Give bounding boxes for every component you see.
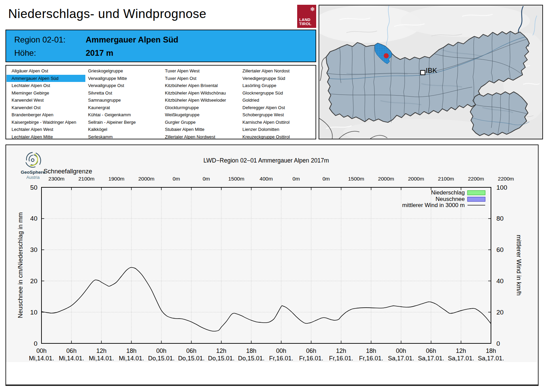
region-item[interactable]: Allgäuer Alpen Ost — [6, 67, 85, 75]
region-item[interactable]: Silvretta Ost — [83, 89, 162, 97]
region-item-selected[interactable]: Ammergauer Alpen Süd — [6, 75, 85, 82]
region-header: Region 02-01: Ammergauer Alpen Süd Höhe:… — [5, 30, 316, 62]
region-item[interactable]: Karwendel West — [6, 97, 85, 104]
altitude-value: 2017 m — [86, 48, 113, 58]
region-column: GrieskogelgruppeVerwallgruppe MitteVerwa… — [83, 67, 162, 140]
region-item[interactable]: Gurgler Gruppe — [160, 119, 239, 126]
region-item[interactable]: Serleskamm — [83, 133, 162, 141]
geosphere-logo: GeoSphere Austria — [14, 151, 52, 180]
region-list: Allgäuer Alpen OstAmmergauer Alpen SüdLe… — [5, 65, 316, 139]
forecast-chart: LWD−Region 02−01 Ammergauer Alpen 2017mS… — [5, 144, 539, 386]
region-item[interactable]: Tuxer Alpen West — [160, 67, 239, 75]
x-time-tick: 12h — [216, 347, 226, 354]
snowline-value: 1500m — [348, 176, 364, 182]
region-item[interactable]: Kreuzeckgruppe Osttirol — [237, 133, 316, 141]
region-item[interactable]: Lienzer Dolomitten — [237, 126, 316, 133]
region-item[interactable]: Karwendel Ost — [6, 104, 85, 112]
legend-label: mittlerer Wind in 3000 m — [402, 202, 465, 208]
geosphere-name: GeoSphere — [14, 170, 52, 175]
region-item[interactable]: Sellrain - Alpeiner Berge — [83, 119, 162, 126]
x-time-tick: 18h — [366, 347, 376, 354]
x-time-tick: 06h — [186, 347, 197, 354]
x-date-tick: Mi,14.01. — [29, 355, 54, 362]
legend-label: Neuschnee — [436, 196, 465, 202]
x-date-tick: Sa,17.01. — [478, 355, 504, 362]
region-item[interactable]: Deferegger Alpen Ost — [237, 104, 316, 112]
y-right-tick: 40 — [496, 277, 504, 285]
y-right-tick: 20 — [496, 309, 504, 316]
region-item[interactable]: Kaunergrat — [83, 104, 162, 112]
region-item[interactable]: Zillertaler Alpen Nordwest — [160, 133, 239, 141]
region-item[interactable]: Weißkugelgruppe — [160, 111, 239, 119]
region-item[interactable]: Lechtaler Alpen Mitte — [6, 133, 85, 141]
snowline-value: 0m — [322, 176, 330, 182]
region-item[interactable]: Kühtai - Geigenkamm — [83, 111, 162, 119]
x-time-tick: 18h — [486, 347, 496, 354]
region-item[interactable]: Kitzbüheler Alpen Wildseeloder — [160, 97, 239, 104]
region-item[interactable]: Brandenberger Alpen — [6, 111, 85, 119]
region-item[interactable]: Lechtaler Alpen West — [6, 126, 85, 133]
y-left-tick: 0 — [34, 340, 37, 347]
y-right-tick: 0 — [496, 340, 500, 347]
region-item[interactable]: Kitzbüheler Alpen Wildschönau — [160, 89, 239, 97]
x-time-tick: 06h — [306, 347, 316, 354]
x-date-tick: Fr,16.01. — [299, 355, 323, 362]
x-time-tick: 00h — [396, 347, 406, 354]
y-right-axis-title: mittlerer Wind in km/h — [515, 235, 523, 296]
region-item[interactable]: Karnische Alpen Osttirol — [237, 119, 316, 126]
snowline-value: 2000m — [138, 176, 154, 182]
snowline-value: 1500m — [228, 176, 244, 182]
region-item[interactable]: Stubaier Alpen Mitte — [160, 126, 239, 133]
y-left-tick: 10 — [30, 309, 37, 316]
y-right-tick: 100 — [496, 184, 507, 191]
x-date-tick: Fr,16.01. — [329, 355, 353, 362]
y-left-tick: 40 — [30, 215, 37, 222]
legend-swatch — [468, 197, 485, 202]
x-time-tick: 12h — [336, 347, 346, 354]
station-marker-dot — [384, 53, 389, 58]
region-item[interactable]: Samnaungruppe — [83, 97, 162, 104]
region-item[interactable]: Lasörling Gruppe — [237, 82, 316, 89]
y-left-tick: 50 — [30, 184, 37, 191]
x-date-tick: Mi,14.01. — [59, 355, 84, 362]
region-item[interactable]: Kaisergebirge - Waidringer Alpen — [6, 119, 85, 126]
x-time-tick: 06h — [426, 347, 436, 354]
region-item[interactable]: Kitzbüheler Alpen Brixental — [160, 82, 239, 89]
x-date-tick: Fr,16.01. — [269, 355, 293, 362]
x-date-tick: Do,15.01. — [238, 355, 265, 362]
snowline-value: 2000m — [408, 176, 424, 182]
snowline-value: 0m — [173, 176, 180, 182]
region-item[interactable]: Glocknergruppe Süd — [237, 89, 316, 97]
region-item[interactable]: Zillertaler Alpen Nordost — [237, 67, 316, 75]
chart-title: LWD−Region 02−01 Ammergauer Alpen 2017m — [203, 157, 329, 164]
x-time-tick: 00h — [36, 347, 47, 354]
region-item[interactable]: Venedigergruppe Süd — [237, 75, 316, 82]
ibk-label: IBK — [426, 66, 437, 74]
region-item[interactable]: Verwallgruppe Mitte — [83, 75, 162, 82]
ibk-marker — [421, 70, 425, 75]
region-item[interactable]: Schobergruppe West — [237, 111, 316, 119]
region-item[interactable]: Grieskogelgruppe — [83, 67, 162, 75]
region-item[interactable]: Verwallgruppe Ost — [83, 82, 162, 89]
x-time-tick: 00h — [276, 347, 286, 354]
x-time-tick: 12h — [96, 347, 106, 354]
region-item[interactable]: Mieminger Gebirge — [6, 89, 85, 97]
region-name: Ammergauer Alpen Süd — [86, 35, 178, 45]
land-tirol-logo: ❄ LANDTIROL — [297, 5, 316, 28]
x-time-tick: 00h — [156, 347, 167, 354]
snowline-value: 1900m — [108, 176, 124, 182]
region-item[interactable]: Lechtaler Alpen Ost — [6, 82, 85, 89]
snowline-value: 400m — [260, 176, 273, 182]
region-column: Zillertaler Alpen NordostVenedigergruppe… — [237, 67, 316, 140]
region-item[interactable]: Tuxer Alpen Ost — [160, 75, 239, 82]
snowline-value: 0m — [203, 176, 210, 182]
geosphere-logo-icon — [24, 151, 42, 169]
region-item[interactable]: Glockturmgruppe — [160, 104, 239, 112]
region-item[interactable]: Kalkkögel — [83, 126, 162, 133]
tirol-map-svg: IBK — [319, 5, 542, 139]
legend-swatch — [468, 191, 485, 195]
snowline-value: 2200m — [498, 176, 514, 182]
region-item[interactable]: Goldried — [237, 97, 316, 104]
x-date-tick: Do,15.01. — [178, 355, 205, 362]
y-left-tick: 30 — [30, 246, 37, 253]
